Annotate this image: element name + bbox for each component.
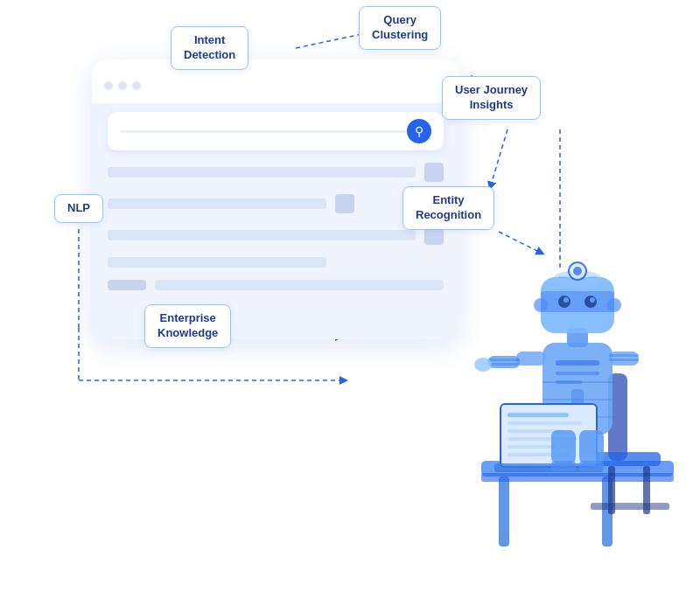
- svg-rect-44: [488, 359, 520, 361]
- svg-rect-48: [609, 354, 639, 357]
- browser-top-bar: [92, 59, 459, 103]
- content-block: [108, 280, 146, 290]
- main-scene: ⚲ Intent D: [0, 0, 700, 592]
- label-nlp: NLP: [54, 194, 103, 223]
- svg-point-46: [474, 358, 492, 372]
- svg-rect-42: [516, 352, 546, 366]
- content-block: [108, 230, 416, 240]
- content-row-2: [108, 194, 444, 213]
- svg-point-39: [573, 267, 582, 275]
- svg-rect-60: [579, 430, 604, 463]
- search-icon[interactable]: ⚲: [407, 119, 431, 143]
- label-intent-detection: Intent Detection: [171, 26, 248, 70]
- svg-rect-30: [541, 291, 614, 312]
- svg-rect-12: [499, 477, 509, 547]
- content-block: [155, 280, 444, 290]
- browser-dot-3: [132, 81, 141, 90]
- svg-rect-45: [488, 363, 520, 366]
- svg-rect-58: [551, 430, 576, 463]
- svg-rect-21: [556, 360, 599, 366]
- svg-rect-19: [591, 503, 669, 510]
- browser-dot-1: [104, 81, 113, 90]
- svg-rect-59: [551, 461, 576, 471]
- search-bar-line: [120, 130, 407, 133]
- content-icon: [335, 194, 354, 213]
- svg-point-36: [607, 298, 621, 312]
- svg-rect-52: [508, 421, 582, 425]
- svg-point-33: [564, 297, 569, 303]
- content-row-1: [108, 163, 444, 182]
- content-block: [108, 167, 416, 178]
- label-query-clustering: Query Clustering: [359, 6, 441, 50]
- svg-rect-55: [508, 445, 556, 449]
- label-enterprise-knowledge: Enterprise Knowledge: [144, 304, 231, 348]
- svg-rect-43: [488, 356, 520, 368]
- robot-illustration: [429, 172, 700, 592]
- browser-dot-2: [118, 81, 127, 90]
- svg-rect-61: [579, 461, 604, 471]
- svg-point-34: [590, 297, 595, 303]
- browser-search-bar[interactable]: ⚲: [108, 112, 444, 150]
- label-journey-insights: User Journey Insights: [442, 76, 541, 120]
- svg-point-35: [534, 298, 548, 312]
- content-row-4: [108, 257, 444, 268]
- content-row-5: [108, 280, 444, 290]
- content-block: [108, 257, 326, 268]
- content-block: [108, 198, 326, 209]
- browser-content: [108, 163, 444, 327]
- svg-rect-49: [609, 359, 639, 361]
- svg-line-1: [296, 33, 366, 48]
- svg-rect-22: [556, 372, 599, 375]
- content-row-3: [108, 226, 444, 245]
- svg-rect-51: [508, 413, 569, 417]
